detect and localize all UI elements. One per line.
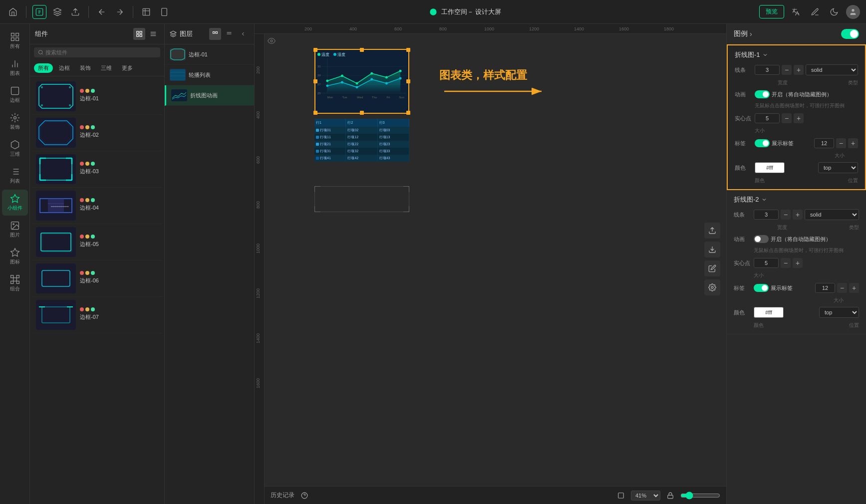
history-help-icon[interactable] — [298, 490, 310, 502]
layer-collapse-btn[interactable] — [237, 28, 249, 40]
animation-toggle-1[interactable] — [755, 90, 770, 98]
grid-view-btn[interactable] — [133, 28, 145, 40]
table-header-cell: 行1 — [314, 119, 346, 127]
frame-view-icon[interactable] — [615, 490, 627, 502]
label-size-sublabel-2: 大小 — [734, 297, 859, 304]
list-item[interactable]: 边框-05 — [32, 224, 162, 260]
sidebar-item-all[interactable]: 所有 — [2, 28, 28, 54]
forward-icon[interactable] — [113, 5, 127, 19]
line-width-plus[interactable]: + — [794, 65, 804, 75]
resize-handle-mr[interactable] — [406, 79, 410, 83]
color-picker-2[interactable]: #fff — [754, 307, 784, 318]
line-width-input-2[interactable] — [754, 210, 779, 220]
upload-icon[interactable] — [68, 5, 82, 19]
list-item[interactable]: ━━━━━━━━━ 边框-04 — [32, 188, 162, 224]
zoom-slider[interactable] — [680, 492, 720, 500]
sidebar-item-small-component[interactable]: 小组件 — [2, 190, 28, 216]
solid-plus-2[interactable]: + — [793, 258, 803, 268]
list-view-btn[interactable] — [147, 28, 159, 40]
position-select-1[interactable]: top bottom left right — [818, 162, 858, 173]
layer-grid-btn[interactable] — [209, 28, 221, 40]
sidebar-item-chart[interactable]: 图表 — [2, 55, 28, 81]
table-component[interactable]: 行1 行2 行3 行项01 行项02 行项03 行项11 行项12 行项13 行… — [314, 119, 409, 162]
empty-frame[interactable] — [314, 186, 409, 212]
list-item[interactable]: 边框-06 — [32, 260, 162, 297]
layer-item-linechart[interactable]: 折线图动画 — [165, 85, 254, 106]
resize-handle-tr[interactable] — [406, 48, 410, 52]
sidebar-item-icon[interactable]: 图标 — [2, 244, 28, 269]
mobile-icon[interactable] — [157, 5, 171, 19]
resize-handle-ml[interactable] — [313, 79, 317, 83]
resize-handle-br[interactable] — [406, 111, 410, 115]
translate-icon[interactable] — [789, 5, 803, 19]
theme-icon[interactable] — [827, 5, 841, 19]
label-size-plus-2[interactable]: + — [849, 283, 859, 293]
section-title-2[interactable]: 折线图-2 — [734, 195, 859, 204]
label-size-minus-2[interactable]: − — [837, 283, 847, 293]
frame-corner-tl — [314, 186, 320, 192]
resize-handle-tl[interactable] — [313, 48, 317, 52]
solid-point-size-input-1[interactable] — [755, 113, 780, 123]
solid-plus-1[interactable]: + — [794, 113, 804, 123]
label-toggle-2[interactable] — [754, 284, 769, 292]
color-picker-1[interactable]: #fff — [755, 162, 785, 173]
line-width-input[interactable] — [755, 65, 780, 75]
line-type-select-2[interactable]: solid dashed dotted — [805, 209, 859, 220]
zoom-select[interactable]: 41% 50% 75% 100% — [631, 491, 660, 501]
solid-minus-1[interactable]: − — [782, 113, 792, 123]
search-input[interactable] — [45, 49, 156, 55]
list-item[interactable]: 边框-03 — [32, 151, 162, 188]
filter-tab-three[interactable]: 三维 — [97, 63, 116, 73]
chart-component[interactable]: 温度 湿度 — [314, 49, 409, 114]
sidebar-item-border[interactable]: 边框 — [2, 82, 28, 108]
sidebar-item-three[interactable]: 三维 — [2, 136, 28, 162]
position-select-2[interactable]: top bottom left right — [819, 307, 859, 318]
layer-item-ticker[interactable]: 轮播列表 — [165, 65, 254, 85]
label-size-minus-1[interactable]: − — [836, 138, 846, 148]
layer-item-border01[interactable]: 边框-01 — [165, 44, 254, 65]
solid-minus-2[interactable]: − — [781, 258, 791, 268]
resize-handle-tm[interactable] — [360, 48, 364, 52]
list-item[interactable]: 边框-07 — [32, 297, 162, 333]
layers-icon[interactable] — [50, 5, 64, 19]
section-title-1[interactable]: 折线图-1 — [735, 50, 858, 59]
line-width-plus-2[interactable]: + — [793, 210, 803, 220]
settings-tool-btn[interactable] — [704, 279, 720, 295]
layer-list-btn[interactable] — [223, 28, 235, 40]
list-item[interactable]: 边框-01 — [32, 78, 162, 115]
resize-handle-bm[interactable] — [360, 111, 364, 115]
filter-tab-border[interactable]: 边框 — [55, 63, 74, 73]
sidebar-item-image[interactable]: 图片 — [2, 217, 28, 243]
back-icon[interactable] — [95, 5, 109, 19]
download-tool-btn[interactable] — [704, 242, 720, 257]
preview-button[interactable]: 预览 — [759, 5, 784, 18]
upload-tool-btn[interactable] — [704, 223, 720, 239]
sidebar-item-combine[interactable]: 组合 — [2, 270, 28, 296]
resize-handle-bl[interactable] — [313, 111, 317, 115]
label-size-input-1[interactable] — [814, 138, 834, 148]
filter-tab-all[interactable]: 所有 — [34, 63, 53, 73]
bar-chart-icon[interactable] — [32, 5, 46, 19]
frame-icon[interactable] — [139, 5, 153, 19]
settings-icon[interactable] — [808, 5, 822, 19]
filter-tab-more[interactable]: 更多 — [118, 63, 137, 73]
sidebar-item-list[interactable]: 列表 — [2, 163, 28, 189]
avatar[interactable] — [846, 5, 860, 19]
lock-icon[interactable] — [664, 490, 676, 502]
legend-toggle[interactable] — [841, 29, 859, 39]
edit-tool-btn[interactable] — [704, 260, 720, 276]
svg-text:1600: 1600 — [256, 378, 261, 388]
line-type-select[interactable]: solid dashed dotted — [806, 64, 858, 75]
line-width-minus[interactable]: − — [782, 65, 792, 75]
color-pos-row-2: 颜色 #fff top bottom left right — [734, 307, 859, 318]
solid-point-size-input-2[interactable] — [754, 258, 779, 268]
label-size-input-2[interactable] — [815, 283, 835, 293]
sidebar-item-decor[interactable]: 装饰 — [2, 109, 28, 135]
label-toggle-1[interactable] — [755, 139, 770, 147]
animation-toggle-2[interactable] — [754, 235, 769, 243]
home-icon[interactable] — [6, 5, 20, 19]
line-width-minus-2[interactable]: − — [781, 210, 791, 220]
filter-tab-decor[interactable]: 装饰 — [76, 63, 95, 73]
label-size-plus-1[interactable]: + — [848, 138, 858, 148]
list-item[interactable]: 边框-02 — [32, 115, 162, 151]
